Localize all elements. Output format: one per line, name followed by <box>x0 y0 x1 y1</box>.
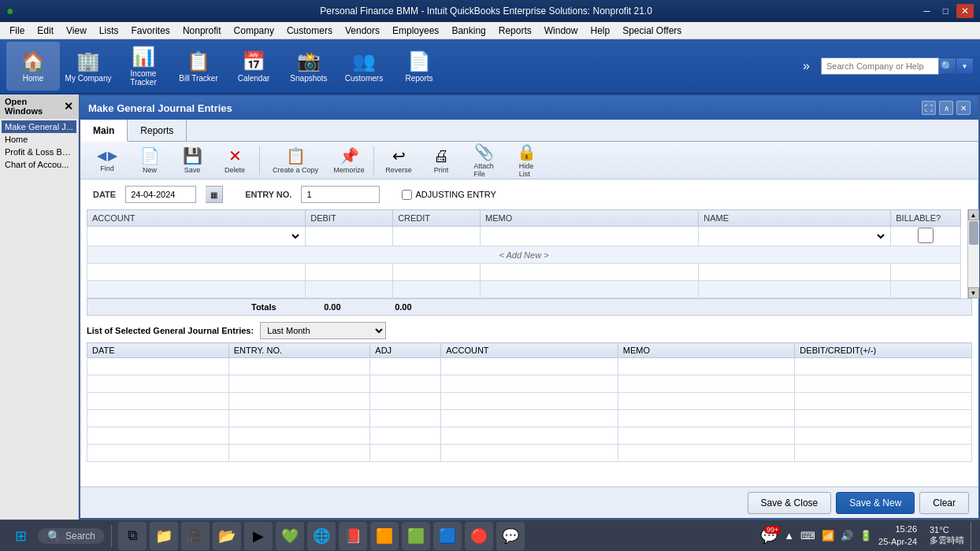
tab-main[interactable]: Main <box>80 120 128 142</box>
account-select[interactable] <box>91 228 302 244</box>
menu-item-nonprofit[interactable]: Nonprofit <box>176 24 228 38</box>
dialog-expand-button[interactable]: ⛶ <box>922 101 936 115</box>
save-button[interactable]: 💾Save <box>172 144 213 177</box>
whatsapp-button[interactable]: 💬 <box>496 522 525 550</box>
scroll-up-button[interactable]: ▲ <box>968 209 979 220</box>
scroll-down-button[interactable]: ▼ <box>968 287 979 298</box>
menu-item-file[interactable]: File <box>3 24 31 38</box>
menu-item-vendors[interactable]: Vendors <box>339 24 386 38</box>
tab-reports[interactable]: Reports <box>128 120 187 141</box>
menu-item-specialoffers[interactable]: Special Offers <box>616 24 688 38</box>
dialog-collapse-button[interactable]: ∧ <box>939 101 953 115</box>
close-button[interactable]: ✕ <box>956 4 974 18</box>
notification-area[interactable]: 💬99+ <box>760 527 778 545</box>
table-row[interactable] <box>87 227 961 246</box>
debit-input[interactable] <box>309 228 389 244</box>
open-windows-item[interactable]: Make General J... <box>2 120 76 133</box>
volume-icon[interactable]: 🔊 <box>841 530 853 542</box>
name-select[interactable] <box>702 228 887 244</box>
date-input[interactable] <box>125 186 196 203</box>
restore-button[interactable]: □ <box>938 4 953 18</box>
date-picker-button[interactable]: ▦ <box>206 186 223 203</box>
pdf-reader-button[interactable]: 📕 <box>339 522 367 550</box>
minimize-button[interactable]: ─ <box>919 4 935 18</box>
billable-checkbox[interactable] <box>894 227 957 243</box>
show-desktop-button[interactable] <box>971 522 974 550</box>
nav-search-button[interactable]: 🔍 <box>939 57 956 75</box>
edge-button[interactable]: 🌐 <box>307 522 336 550</box>
table-scrollbar[interactable]: ▲ ▼ <box>967 209 978 298</box>
new-button[interactable]: 📄New <box>129 144 170 177</box>
nav-btn-calendar[interactable]: 📅Calendar <box>227 42 280 91</box>
video-app-button[interactable]: 🎥 <box>181 522 210 550</box>
menu-item-employees[interactable]: Employees <box>386 24 445 38</box>
taskbar-search[interactable]: 🔍Search <box>38 528 105 544</box>
memo-input[interactable] <box>484 228 695 244</box>
memorize-button[interactable]: 📌Memorize <box>329 144 369 177</box>
excel-button[interactable]: 🟩 <box>402 522 430 550</box>
nav-btn-mycompany[interactable]: 🏢My Company <box>61 42 115 91</box>
nav-btn-customers[interactable]: 👥Customers <box>337 42 391 91</box>
language-icon[interactable]: ⌨ <box>800 530 815 542</box>
menu-item-company[interactable]: Company <box>228 24 280 38</box>
list-item[interactable] <box>87 427 972 445</box>
open-windows-close[interactable]: ✕ <box>64 100 73 113</box>
menu-item-help[interactable]: Help <box>584 24 616 38</box>
delete-button[interactable]: ✕Delete <box>214 144 255 177</box>
find-button[interactable]: ◀▶Find <box>87 144 128 177</box>
period-dropdown[interactable]: Last MonthThis MonthThis QuarterThis Yea… <box>260 322 386 339</box>
youtube-button[interactable]: ▶ <box>244 522 273 550</box>
menu-item-edit[interactable]: Edit <box>31 24 60 38</box>
print-button[interactable]: 🖨Print <box>421 144 462 177</box>
weather-widget[interactable]: 31°C多雲時晴 <box>930 525 964 546</box>
nav-btn-snapshots[interactable]: 📸Snapshots <box>282 42 336 91</box>
menu-item-customers[interactable]: Customers <box>280 24 339 38</box>
open-windows-item[interactable]: Profit & Loss Bu... <box>2 146 76 158</box>
list-item[interactable] <box>87 445 972 462</box>
list-item[interactable] <box>87 375 972 393</box>
menu-item-lists[interactable]: Lists <box>93 24 125 38</box>
save-close-button[interactable]: Save & Close <box>748 492 832 514</box>
dialog-close-button[interactable]: ✕ <box>956 101 971 115</box>
hidelist-button[interactable]: 🔒Hide List <box>506 144 547 177</box>
adjusting-entry-checkbox[interactable] <box>402 190 412 200</box>
nav-btn-billtracker[interactable]: 📋Bill Tracker <box>172 42 225 91</box>
scroll-track[interactable] <box>968 220 979 287</box>
list-item[interactable] <box>87 358 972 375</box>
list-item[interactable] <box>87 393 972 410</box>
nav-expand-button[interactable]: » <box>800 56 813 76</box>
scroll-thumb[interactable] <box>969 221 978 245</box>
reverse-button[interactable]: ↩Reverse <box>378 144 419 177</box>
word-button[interactable]: 🟦 <box>433 522 462 550</box>
nav-btn-home[interactable]: 🏠Home <box>6 42 60 91</box>
list-item[interactable] <box>87 410 972 427</box>
file-explorer-button[interactable]: 📁 <box>150 522 178 550</box>
start-button[interactable]: ⊞ <box>6 522 35 550</box>
credit-input[interactable] <box>396 228 477 244</box>
menu-item-favorites[interactable]: Favorites <box>125 24 176 38</box>
menu-item-view[interactable]: View <box>60 24 93 38</box>
nav-btn-incometracker[interactable]: 📊Income Tracker <box>117 42 170 91</box>
chrome-button[interactable]: 🔴 <box>465 522 493 550</box>
table-row[interactable]: < Add New > <box>87 246 961 264</box>
create-copy-button[interactable]: 📋Create a Copy <box>264 144 327 177</box>
menu-item-window[interactable]: Window <box>538 24 585 38</box>
attachfile-button[interactable]: 📎Attach File <box>463 144 504 177</box>
nav-search-input[interactable] <box>821 57 939 75</box>
save-new-button[interactable]: Save & New <box>836 492 915 514</box>
nav-btn-reports[interactable]: 📄Reports <box>392 42 446 91</box>
powerpoint-button[interactable]: 🟧 <box>370 522 399 550</box>
task-view-button[interactable]: ⧉ <box>118 522 147 550</box>
system-clock[interactable]: 15:2625-Apr-24 <box>878 523 917 548</box>
show-hidden-icons[interactable]: ▲ <box>784 530 794 542</box>
nav-search-dropdown[interactable]: ▼ <box>956 57 974 75</box>
wifi-icon[interactable]: 📶 <box>822 530 834 542</box>
open-windows-item[interactable]: Home <box>2 133 76 146</box>
battery-icon[interactable]: 🔋 <box>859 530 872 542</box>
menu-item-reports[interactable]: Reports <box>492 24 538 38</box>
entry-input[interactable] <box>301 186 380 203</box>
quickbooks-button[interactable]: 💚 <box>276 522 304 550</box>
explorer-button[interactable]: 📂 <box>213 522 241 550</box>
menu-item-banking[interactable]: Banking <box>445 24 492 38</box>
clear-button[interactable]: Clear <box>919 492 969 514</box>
